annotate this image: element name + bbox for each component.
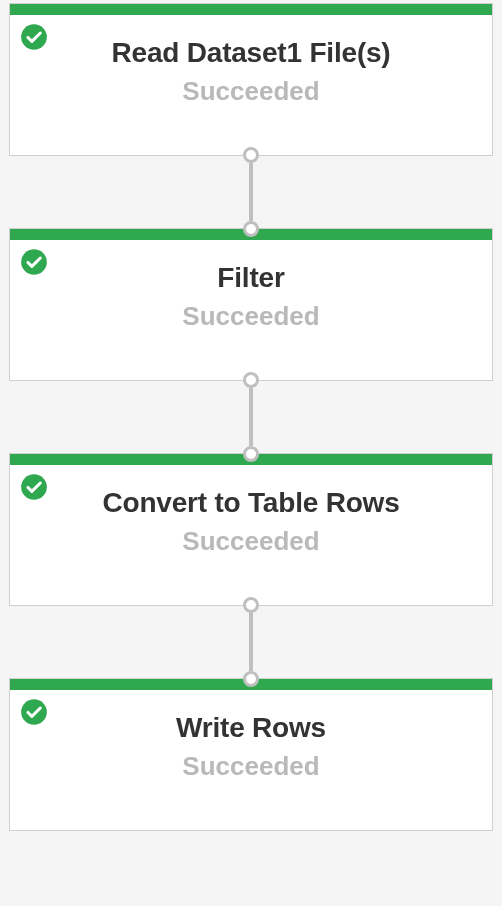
input-port-icon[interactable] <box>243 221 259 237</box>
workflow-node[interactable]: Convert to Table Rows Succeeded <box>9 453 493 606</box>
check-circle-icon <box>20 248 48 276</box>
node-connector <box>9 606 493 678</box>
svg-point-2 <box>21 474 47 500</box>
node-title: Read Dataset1 File(s) <box>22 35 480 70</box>
svg-point-1 <box>21 249 47 275</box>
connector-line <box>249 613 253 671</box>
node-status-text: Succeeded <box>22 301 480 332</box>
node-title: Write Rows <box>22 710 480 745</box>
node-status-bar <box>10 4 492 15</box>
node-connector <box>9 381 493 453</box>
output-port-icon[interactable] <box>243 372 259 388</box>
workflow-node[interactable]: Read Dataset1 File(s) Succeeded <box>9 3 493 156</box>
node-connector <box>9 156 493 228</box>
workflow-node[interactable]: Filter Succeeded <box>9 228 493 381</box>
node-status-text: Succeeded <box>22 526 480 557</box>
input-port-icon[interactable] <box>243 446 259 462</box>
svg-point-0 <box>21 24 47 50</box>
workflow-node[interactable]: Write Rows Succeeded <box>9 678 493 831</box>
node-status-text: Succeeded <box>22 751 480 782</box>
check-circle-icon <box>20 23 48 51</box>
output-port-icon[interactable] <box>243 147 259 163</box>
check-circle-icon <box>20 698 48 726</box>
node-status-text: Succeeded <box>22 76 480 107</box>
workflow-canvas: Read Dataset1 File(s) Succeeded Filter S… <box>0 0 502 906</box>
check-circle-icon <box>20 473 48 501</box>
node-title: Filter <box>22 260 480 295</box>
svg-point-3 <box>21 699 47 725</box>
connector-line <box>249 388 253 446</box>
node-title: Convert to Table Rows <box>22 485 480 520</box>
output-port-icon[interactable] <box>243 597 259 613</box>
connector-line <box>249 163 253 221</box>
input-port-icon[interactable] <box>243 671 259 687</box>
